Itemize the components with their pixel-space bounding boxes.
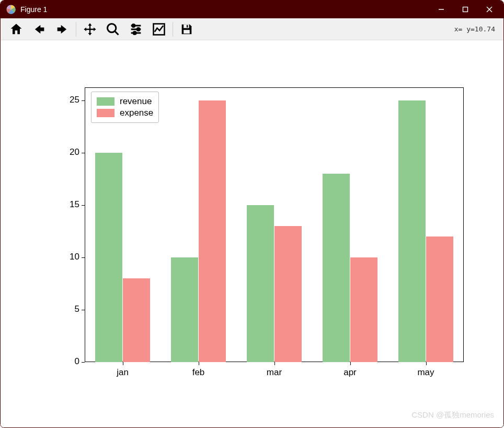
legend-entry: revenue	[97, 96, 153, 107]
watermark: CSDN @孤独memories	[411, 410, 494, 420]
zoom-button[interactable]	[101, 20, 124, 39]
back-button[interactable]	[28, 20, 51, 39]
toolbar-separator	[76, 22, 76, 37]
ytick-label: 20	[60, 147, 79, 157]
maximize-button[interactable]	[453, 1, 477, 18]
ytick-label: 5	[60, 304, 79, 314]
xtick-mark	[123, 362, 123, 365]
legend-label: expense	[120, 108, 153, 118]
ytick-label: 15	[60, 199, 79, 210]
ytick-mark	[82, 205, 85, 206]
svg-rect-15	[187, 25, 188, 27]
legend-swatch	[97, 109, 114, 117]
ytick-mark	[82, 153, 85, 153]
svg-point-12	[133, 31, 136, 34]
ytick-mark	[82, 362, 85, 363]
bar-revenue	[323, 174, 350, 362]
bar-revenue	[398, 100, 426, 362]
ytick-mark	[82, 257, 85, 258]
ytick-label: 10	[60, 252, 79, 262]
window-controls	[429, 1, 501, 18]
plot-container: 0510152025janfebmaraprmayrevenueexpense	[27, 66, 477, 401]
titlebar[interactable]: Figure 1	[1, 1, 503, 18]
save-button[interactable]	[175, 20, 198, 39]
coordinate-readout: x= y=10.74	[454, 25, 499, 33]
bar-revenue	[247, 205, 274, 362]
xtick-label: jan	[102, 367, 144, 378]
ytick-mark	[82, 310, 85, 310]
svg-point-10	[132, 24, 135, 27]
bar-expense	[274, 226, 302, 362]
bar-expense	[123, 278, 150, 362]
xtick-mark	[199, 362, 199, 365]
bar-expense	[350, 257, 377, 362]
legend-label: revenue	[120, 96, 152, 107]
axes-edit-button[interactable]	[147, 20, 170, 39]
bar-expense	[199, 100, 226, 362]
legend-entry: expense	[97, 108, 153, 118]
matplotlib-icon	[6, 4, 16, 15]
xtick-mark	[274, 362, 275, 365]
forward-button[interactable]	[51, 20, 74, 39]
svg-rect-16	[184, 30, 190, 33]
close-button[interactable]	[477, 1, 501, 18]
bar-expense	[426, 236, 453, 362]
toolbar-separator	[173, 22, 173, 37]
pan-button[interactable]	[78, 20, 101, 39]
xtick-mark	[426, 362, 427, 365]
minimize-button[interactable]	[429, 1, 453, 18]
legend-swatch	[97, 97, 114, 106]
figure-area[interactable]: 0510152025janfebmaraprmayrevenueexpense …	[1, 40, 503, 427]
xtick-mark	[350, 362, 351, 365]
configure-button[interactable]	[124, 20, 147, 39]
svg-point-5	[108, 24, 116, 32]
svg-line-6	[115, 31, 119, 35]
svg-point-11	[137, 28, 140, 30]
xtick-label: feb	[178, 367, 220, 378]
xtick-label: may	[405, 367, 447, 378]
home-button[interactable]	[5, 20, 28, 39]
svg-rect-2	[463, 7, 468, 12]
toolbar: x= y=10.74	[1, 18, 503, 40]
bar-revenue	[171, 257, 198, 362]
svg-rect-14	[184, 24, 189, 28]
bar-revenue	[95, 153, 122, 362]
xtick-label: apr	[329, 367, 371, 378]
xtick-label: mar	[254, 367, 295, 378]
ytick-label: 0	[60, 356, 79, 367]
window-title: Figure 1	[20, 5, 429, 14]
ytick-mark	[82, 100, 85, 101]
ytick-label: 25	[60, 95, 79, 105]
legend[interactable]: revenueexpense	[91, 92, 159, 123]
window: Figure 1	[0, 0, 504, 428]
